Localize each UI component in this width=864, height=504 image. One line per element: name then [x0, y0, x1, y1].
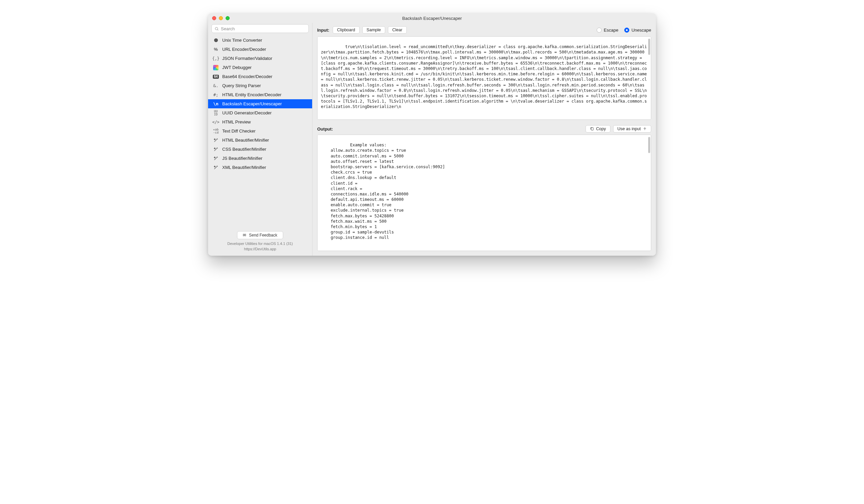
uuid-icon: UUID [213, 110, 219, 116]
sidebar-item-label: HTML Preview [222, 120, 251, 124]
radio-dot-icon [597, 28, 602, 33]
app-window: Backslash Escaper/Unescaper Unix Time Co… [208, 13, 656, 256]
sidebar-item-base64-encoder-decoder[interactable]: 64Base64 Encoder/Decoder [208, 72, 312, 81]
hash-icon: #; [213, 93, 219, 97]
zoom-window-button[interactable] [226, 16, 230, 20]
ampersand-icon: &. [213, 83, 219, 88]
svg-line-1 [217, 29, 218, 30]
clock-icon [213, 38, 219, 43]
input-toolbar: Input: Clipboard Sample Clear Escape Une… [312, 23, 656, 36]
footer-version: Developer Utilities for macOS 1.4.1 (31) [208, 241, 312, 246]
sidebar-item-text-diff-checker[interactable]: +ab-cdText Diff Checker [208, 126, 312, 136]
traffic-lights [212, 16, 230, 20]
wand-icon [213, 147, 219, 152]
code-icon: </> [213, 120, 219, 124]
envelope-icon: ✉ [243, 233, 246, 237]
radio-dot-icon [624, 28, 629, 33]
sidebar-item-label: Unix Time Converter [222, 38, 262, 43]
input-textarea[interactable]: true\n\tisolation.level = read_uncommitt… [317, 36, 651, 120]
percent-icon: % [213, 47, 219, 52]
sidebar-item-label: JWT Debugger [222, 65, 252, 70]
sidebar-item-label: Text Diff Checker [222, 128, 255, 134]
close-window-button[interactable] [212, 16, 216, 20]
sidebar-item-url-encoder-decoder[interactable]: %URL Encoder/Decoder [208, 45, 312, 54]
sidebar-item-label: UUID Generator/Decoder [222, 110, 272, 115]
mode-radio-group: Escape Unescape [597, 28, 651, 33]
sidebar-item-backslash-escaper-unescaper[interactable]: \nBackslash Escaper/Unescaper [208, 99, 312, 108]
sidebar-item-html-preview[interactable]: </>HTML Preview [208, 118, 312, 126]
svg-rect-3 [591, 127, 593, 130]
sidebar-item-label: JSON Formatter/Validator [222, 56, 272, 61]
unescape-radio-label: Unescape [631, 28, 651, 33]
sidebar-item-html-entity-encoder-decoder[interactable]: #;HTML Entity Encoder/Decoder [208, 90, 312, 99]
wand-icon [213, 138, 219, 143]
window-title: Backslash Escaper/Unescaper [208, 16, 656, 21]
unescape-radio[interactable]: Unescape [624, 28, 651, 33]
clipboard-button[interactable]: Clipboard [333, 26, 360, 34]
nav-list: Unix Time Converter%URL Encoder/Decoder{… [208, 35, 312, 228]
titlebar[interactable]: Backslash Escaper/Unescaper [208, 13, 656, 23]
output-toolbar: Output: Copy Use as input [317, 124, 651, 135]
sidebar-item-unix-time-converter[interactable]: Unix Time Converter [208, 36, 312, 45]
sidebar-item-js-beautifier-minifier[interactable]: JS Beautifier/Minifier [208, 154, 312, 163]
braces-icon: {,} [213, 56, 219, 61]
sidebar-item-label: HTML Beautifier/Minifier [222, 138, 269, 143]
sidebar-item-query-string-parser[interactable]: &.Query String Parser [208, 81, 312, 90]
scrollbar-thumb[interactable] [648, 137, 650, 153]
sidebar-item-label: HTML Entity Encoder/Decoder [222, 92, 281, 97]
sidebar-footer: ✉ Send Feedback Developer Utilities for … [208, 228, 312, 256]
sidebar-item-label: Base64 Encoder/Decoder [222, 74, 272, 79]
footer-link[interactable]: https://DevUtils.app [208, 247, 312, 252]
clear-button[interactable]: Clear [388, 26, 407, 34]
sidebar-item-uuid-generator-decoder[interactable]: UUIDUUID Generator/Decoder [208, 108, 312, 118]
output-text-content: Example values: allow.auto.create.topics… [321, 143, 445, 240]
wand-icon [213, 156, 219, 161]
send-feedback-button[interactable]: ✉ Send Feedback [237, 231, 283, 239]
escape-radio[interactable]: Escape [597, 28, 618, 33]
escape-radio-label: Escape [604, 28, 618, 33]
sidebar-item-label: Backslash Escaper/Unescaper [222, 101, 282, 106]
copy-button-label: Copy [596, 126, 606, 131]
input-label: Input: [317, 28, 329, 33]
clipboard-icon [590, 127, 594, 131]
sidebar-item-label: XML Beautifier/Minifier [222, 165, 266, 170]
badge64-icon: 64 [213, 75, 219, 79]
minimize-window-button[interactable] [219, 16, 223, 20]
sidebar-item-label: CSS Beautifier/Minifier [222, 147, 266, 152]
svg-point-2 [214, 38, 217, 42]
use-as-input-button[interactable]: Use as input [613, 125, 651, 133]
scrollbar-thumb[interactable] [648, 39, 650, 55]
sidebar-item-json-formatter-validator[interactable]: {,}JSON Formatter/Validator [208, 54, 312, 63]
main-panel: Input: Clipboard Sample Clear Escape Une… [312, 23, 656, 256]
search-field[interactable] [212, 24, 309, 33]
sidebar-item-label: Query String Parser [222, 83, 261, 88]
output-label: Output: [317, 126, 333, 132]
sidebar-item-jwt-debugger[interactable]: JWT Debugger [208, 63, 312, 72]
svg-point-0 [215, 27, 218, 30]
output-textarea[interactable]: Example values: allow.auto.create.topics… [317, 135, 651, 251]
sidebar-item-xml-beautifier-minifier[interactable]: XML Beautifier/Minifier [208, 163, 312, 172]
diff-icon: +ab-cd [213, 128, 219, 134]
jwt-icon [213, 65, 219, 70]
feedback-label: Send Feedback [249, 233, 277, 237]
sidebar-item-label: URL Encoder/Decoder [222, 47, 266, 52]
sidebar-item-css-beautifier-minifier[interactable]: CSS Beautifier/Minifier [208, 145, 312, 154]
sidebar-item-label: JS Beautifier/Minifier [222, 156, 262, 161]
sidebar-item-html-beautifier-minifier[interactable]: HTML Beautifier/Minifier [208, 136, 312, 145]
copy-button[interactable]: Copy [586, 125, 610, 133]
search-icon [215, 27, 219, 31]
search-input[interactable] [221, 26, 306, 31]
sidebar: Unix Time Converter%URL Encoder/Decoder{… [208, 23, 312, 256]
wand-icon [213, 165, 219, 170]
backslash-icon: \n [213, 101, 219, 106]
input-text-content: true\n\tisolation.level = read_uncommitt… [321, 45, 649, 109]
use-as-input-label: Use as input [617, 126, 641, 131]
arrow-up-icon [643, 127, 647, 131]
sample-button[interactable]: Sample [362, 26, 385, 34]
